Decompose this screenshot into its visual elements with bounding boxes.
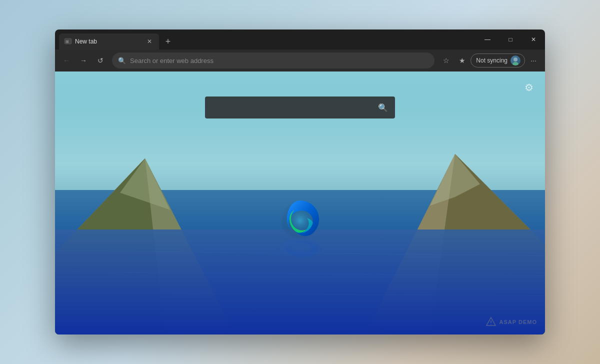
address-input[interactable] [130, 57, 428, 64]
settings-button[interactable]: ⚙ [521, 80, 537, 96]
page-search-bar[interactable]: 🔍 [205, 96, 395, 118]
tab-title: New tab [75, 38, 142, 45]
profile-button[interactable]: Not syncing [470, 54, 525, 68]
watermark: ASAP DEMO [486, 316, 537, 328]
new-tab-page: ⚙ 🔍 [55, 72, 545, 334]
watermark-icon [486, 316, 496, 328]
toolbar: ← → ↺ 🔍 ☆ ★ Not syncing ··· [55, 50, 545, 72]
svg-point-3 [512, 62, 518, 66]
profile-label: Not syncing [476, 57, 508, 64]
title-bar: ⊞ New tab ✕ + — □ ✕ [55, 30, 545, 50]
new-tab-button[interactable]: + [160, 34, 176, 50]
refresh-button[interactable]: ↺ [93, 53, 108, 68]
edge-logo [275, 193, 325, 243]
minimize-button[interactable]: — [476, 30, 499, 50]
page-search-input[interactable] [212, 104, 373, 112]
favorites-button[interactable]: ☆ [438, 53, 454, 68]
page-search-icon: 🔍 [378, 103, 388, 112]
browser-window: ⊞ New tab ✕ + — □ ✕ ← → ↺ 🔍 ☆ ★ Not sync… [55, 30, 545, 334]
maximize-button[interactable]: □ [499, 30, 522, 50]
svg-text:⊞: ⊞ [66, 40, 69, 44]
more-button[interactable]: ··· [526, 53, 541, 68]
profile-avatar [510, 56, 520, 66]
close-button[interactable]: ✕ [522, 30, 545, 50]
svg-point-20 [490, 324, 492, 325]
collections-button[interactable]: ★ [454, 53, 470, 68]
active-tab[interactable]: ⊞ New tab ✕ [59, 34, 159, 50]
address-bar[interactable]: 🔍 [112, 52, 434, 68]
tab-area: ⊞ New tab ✕ + [55, 30, 476, 50]
tab-close-button[interactable]: ✕ [145, 37, 154, 46]
watermark-text: ASAP DEMO [500, 319, 537, 325]
search-icon: 🔍 [118, 57, 126, 64]
svg-point-2 [514, 58, 518, 62]
forward-button[interactable]: → [76, 53, 91, 68]
settings-icon: ⚙ [524, 82, 534, 94]
tab-favicon: ⊞ [64, 38, 72, 46]
toolbar-right: ☆ ★ Not syncing ··· [438, 53, 541, 68]
back-button[interactable]: ← [59, 53, 74, 68]
edge-logo-reflection [275, 238, 325, 260]
window-controls: — □ ✕ [476, 30, 545, 50]
